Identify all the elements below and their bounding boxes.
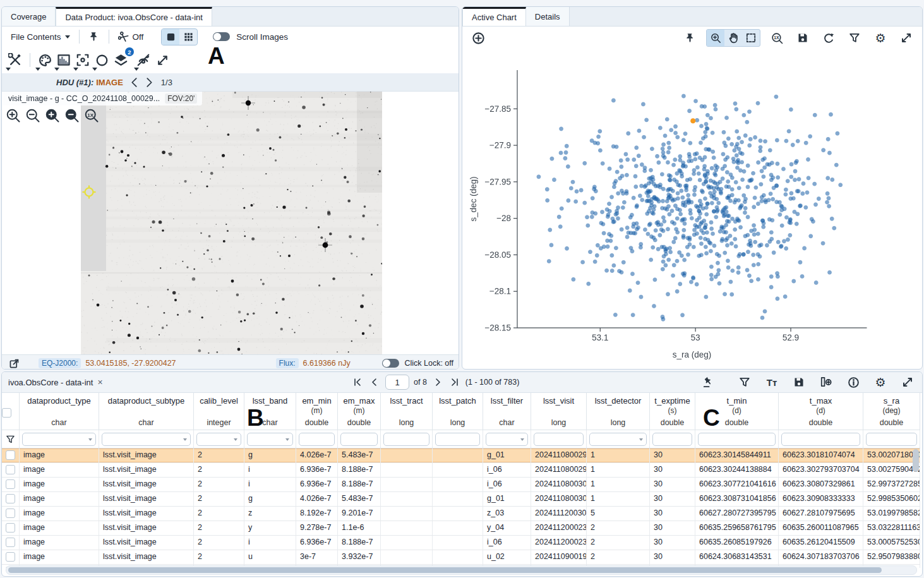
close-table-icon[interactable]: × (97, 377, 102, 387)
row-checkbox[interactable] (6, 538, 15, 547)
zoom-tool-icon[interactable] (707, 30, 724, 46)
chart-settings-icon[interactable]: ⚙ (871, 28, 890, 47)
fits-image[interactable] (81, 92, 382, 370)
info-icon[interactable] (844, 373, 863, 392)
region-circle-icon[interactable] (92, 51, 111, 69)
box-select-icon[interactable] (742, 30, 760, 46)
pin-chart-icon[interactable] (680, 28, 699, 47)
tools-icon[interactable] (6, 51, 25, 69)
filter-select-lsst_filter[interactable] (486, 433, 528, 446)
header-cell-t_exptime[interactable]: t_exptime(s)double (650, 393, 695, 430)
table-row[interactable]: imagelsst.visit_image2z8.192e-79.201e-7z… (2, 507, 920, 521)
filter-select-lsst_band[interactable] (247, 433, 293, 446)
restore-chart-icon[interactable] (819, 28, 838, 47)
filter-input-t_exptime[interactable] (652, 433, 692, 446)
open-in-new-icon[interactable] (6, 356, 22, 370)
rotate-north-off-icon[interactable] (134, 51, 153, 69)
table-row[interactable]: imagelsst.visit_image2g4.026e-75.483e-7g… (2, 449, 920, 463)
file-contents-dropdown[interactable]: File Contents (7, 32, 74, 42)
tab-data-product[interactable]: Data Product: ivoa.ObsCore - data-int (56, 7, 212, 26)
page-input[interactable] (385, 375, 409, 390)
table-row[interactable]: imagelsst.visit_image2i6.936e-78.188e-7i… (2, 478, 920, 492)
scatter-plot[interactable] (462, 49, 922, 369)
table-settings-icon[interactable]: ⚙ (871, 373, 890, 392)
table-row[interactable]: imagelsst.visit_image2i6.936e-78.188e-7i… (2, 536, 920, 550)
header-cell-lsst_tract[interactable]: lsst_tractlong (381, 393, 433, 430)
next-page-icon[interactable] (431, 376, 444, 388)
zoom-1x-icon[interactable]: 1X (83, 107, 100, 124)
header-cell-lsst_detector[interactable]: lsst_detectorlong (587, 393, 650, 430)
table-row[interactable]: imagelsst.visit_image2i6.936e-78.188e-7i… (2, 463, 920, 478)
grid-view-icon[interactable] (179, 29, 197, 45)
single-view-icon[interactable] (162, 29, 179, 45)
crop-button[interactable]: Off (114, 32, 148, 42)
row-checkbox[interactable] (6, 450, 15, 460)
hdu-next-icon[interactable] (142, 75, 157, 90)
click-lock-toggle[interactable] (382, 359, 399, 368)
header-cell-calib_level[interactable]: calib_levelinteger (194, 393, 244, 430)
text-view-icon[interactable]: Tт (762, 373, 781, 392)
table-tab[interactable]: ivoa.ObsCore - data-int × (8, 377, 103, 387)
layers-icon[interactable]: 2 (111, 51, 130, 69)
filter-select-lsst_detector[interactable] (589, 433, 647, 446)
row-checkbox[interactable] (6, 523, 15, 533)
first-page-icon[interactable] (351, 376, 364, 388)
filter-table-icon[interactable] (735, 373, 754, 392)
save-table-icon[interactable] (789, 373, 808, 392)
table-horizontal-scrollbar[interactable] (6, 565, 917, 575)
expand-table-icon[interactable] (898, 373, 917, 392)
tab-coverage[interactable]: Coverage (2, 7, 56, 26)
header-cell-lsst_filter[interactable]: lsst_filterchar (483, 393, 531, 430)
filter-input-em_max[interactable] (340, 433, 378, 446)
table-row[interactable]: imagelsst.visit_image2u3e-73.932e-7u_022… (2, 550, 920, 565)
header-cell-em_max[interactable]: em_max(m)double (338, 393, 381, 430)
filter-select-dataproduct_type[interactable] (22, 433, 96, 446)
zoom-original-icon[interactable]: 1X (767, 28, 786, 47)
row-checkbox[interactable] (6, 509, 15, 518)
filter-icon[interactable] (6, 435, 15, 444)
filter-input-em_min[interactable] (299, 433, 335, 446)
row-checkbox[interactable] (6, 465, 15, 474)
pin-table-icon[interactable] (699, 373, 718, 392)
color-palette-icon[interactable] (35, 51, 54, 69)
stretch-histogram-icon[interactable] (54, 51, 73, 69)
last-page-icon[interactable] (448, 376, 461, 388)
prev-page-icon[interactable] (368, 376, 381, 388)
header-cell-s_ra[interactable]: s_ra(deg)double (863, 393, 920, 430)
row-checkbox[interactable] (6, 494, 15, 503)
scroll-images-toggle[interactable] (213, 32, 230, 41)
zoom-out-icon[interactable] (24, 107, 41, 124)
filter-input-t_max[interactable] (781, 433, 860, 446)
pin-image-icon[interactable] (85, 27, 104, 46)
header-cell-dataproduct_type[interactable]: dataproduct_typechar (20, 393, 99, 430)
zoom-fill-icon[interactable] (63, 107, 80, 124)
select-all-checkbox[interactable] (2, 408, 11, 418)
tab-active-chart[interactable]: Active Chart (462, 7, 526, 26)
zoom-in-icon[interactable] (4, 107, 21, 124)
filter-chart-icon[interactable] (845, 28, 864, 47)
row-checkbox[interactable] (6, 552, 15, 562)
recenter-icon[interactable] (73, 51, 92, 69)
expand-image-icon[interactable] (153, 51, 172, 69)
table-row[interactable]: imagelsst.visit_image2y9.278e-71.1e-6y_0… (2, 521, 920, 536)
header-cell-t_max[interactable]: t_max(d)double (779, 393, 863, 430)
row-checkbox[interactable] (6, 479, 15, 489)
table-row[interactable]: imagelsst.visit_image2g4.026e-75.483e-7g… (2, 492, 920, 507)
filter-select-dataproduct_subtype[interactable] (102, 433, 191, 446)
filter-input-s_ra[interactable] (866, 433, 917, 446)
pan-tool-icon[interactable] (724, 30, 742, 46)
header-cell-lsst_visit[interactable]: lsst_visitlong (531, 393, 587, 430)
tab-details[interactable]: Details (526, 7, 570, 26)
filter-input-t_min[interactable] (698, 433, 776, 446)
add-column-icon[interactable] (817, 373, 836, 392)
header-cell-dataproduct_subtype[interactable]: dataproduct_subtypechar (99, 393, 194, 430)
header-cell-em_min[interactable]: em_min(m)double (296, 393, 338, 430)
filter-input-lsst_tract[interactable] (383, 433, 429, 446)
add-chart-icon[interactable] (469, 28, 488, 47)
filter-select-calib_level[interactable] (196, 433, 241, 446)
filter-input-lsst_visit[interactable] (534, 433, 584, 446)
table-vertical-scrollbar[interactable] (913, 449, 919, 562)
filter-input-lsst_patch[interactable] (435, 433, 480, 446)
hdu-prev-icon[interactable] (127, 75, 142, 90)
expand-chart-icon[interactable] (897, 28, 916, 47)
